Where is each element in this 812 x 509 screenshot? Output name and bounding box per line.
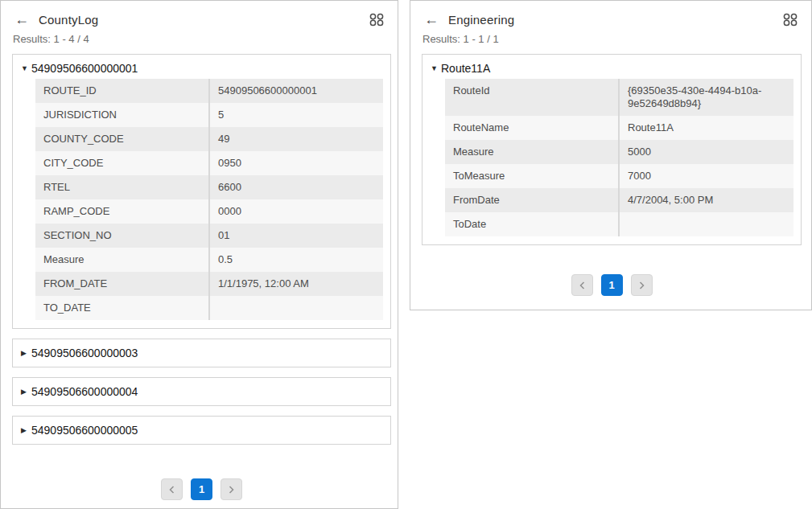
field-value: 4/7/2004, 5:00 PM [618, 188, 793, 212]
accordion-header[interactable]: ▶ 54909506600000005 [13, 417, 390, 444]
back-arrow-icon[interactable]: ← [424, 12, 439, 27]
chevron-down-icon: ▼ [431, 64, 441, 72]
field-row: TO_DATE [35, 296, 383, 320]
panel-title: Engineering [448, 13, 514, 27]
field-row: FromDate 4/7/2004, 5:00 PM [445, 188, 793, 212]
field-key: COUNTY_CODE [35, 127, 208, 151]
feature-label: 54909506600000004 [31, 385, 138, 398]
field-key: TO_DATE [35, 296, 208, 320]
field-row: CITY_CODE 0950 [35, 151, 383, 175]
field-row: Measure 5000 [445, 140, 793, 164]
field-key: ToMeasure [445, 164, 618, 188]
results-list: ▼ Route11A RouteId {69350e35-430e-4494-b… [410, 54, 811, 296]
field-value: {69350e35-430e-4494-b10a-9e52649d8b94} [618, 79, 793, 116]
panel-header: ← CountyLog [1, 1, 398, 27]
accordion-header[interactable]: ▼ Route11A [422, 55, 801, 79]
field-row: Measure 0.5 [35, 248, 383, 272]
field-row: JURISDICTION 5 [35, 103, 383, 127]
field-row: COUNTY_CODE 49 [35, 127, 383, 151]
panel-header: ← Engineering [410, 1, 811, 27]
feature-card-collapsed: ▶ 54909506600000004 [12, 377, 391, 406]
feature-card-expanded: ▼ 54909506600000001 ROUTE_ID 54909506600… [12, 54, 391, 329]
feature-label: 54909506600000005 [31, 424, 138, 437]
pagination-prev-button[interactable] [571, 274, 593, 296]
field-value: 7000 [618, 164, 793, 188]
results-list: ▼ 54909506600000001 ROUTE_ID 54909506600… [1, 54, 398, 500]
field-row: RAMP_CODE 0000 [35, 199, 383, 224]
chevron-right-icon: ▶ [21, 426, 31, 434]
field-value: 54909506600000001 [208, 79, 383, 103]
field-value: 49 [208, 127, 383, 151]
field-value: 6600 [208, 175, 383, 199]
attribute-table: ROUTE_ID 54909506600000001 JURISDICTION … [35, 79, 383, 320]
countylog-results-panel: ← CountyLog Results: 1 - 4 / 4 ▼ 5490950… [0, 0, 398, 509]
field-key: RouteId [445, 79, 618, 116]
field-row: SECTION_NO 01 [35, 224, 383, 248]
field-key: ROUTE_ID [35, 79, 208, 103]
results-count: Results: 1 - 4 / 4 [13, 33, 398, 45]
pagination-page-button[interactable]: 1 [191, 478, 212, 500]
pagination: 1 [422, 274, 802, 296]
field-value: 0000 [208, 199, 383, 224]
grid-view-icon[interactable] [369, 13, 385, 27]
field-key: Measure [35, 248, 208, 272]
field-row: ROUTE_ID 54909506600000001 [35, 79, 383, 103]
field-key: RAMP_CODE [35, 199, 208, 224]
results-count: Results: 1 - 1 / 1 [422, 33, 811, 45]
field-value [208, 296, 383, 320]
feature-card-collapsed: ▶ 54909506600000005 [12, 416, 391, 445]
field-value: 0.5 [208, 248, 383, 272]
field-row: ToMeasure 7000 [445, 164, 793, 188]
accordion-header[interactable]: ▶ 54909506600000003 [13, 339, 390, 367]
feature-card-collapsed: ▶ 54909506600000003 [12, 339, 391, 367]
field-value: Route11A [618, 116, 793, 140]
pagination: 1 [12, 478, 391, 500]
engineering-results-panel: ← Engineering Results: 1 - 1 / 1 ▼ Route… [410, 0, 812, 310]
field-key: FROM_DATE [35, 272, 208, 296]
field-value: 5 [208, 103, 383, 127]
field-key: ToDate [445, 212, 618, 236]
field-row: RTEL 6600 [35, 175, 383, 199]
pagination-next-button[interactable] [631, 274, 653, 296]
field-value [618, 212, 793, 236]
feature-label: 54909506600000001 [31, 62, 138, 75]
feature-label: 54909506600000003 [31, 347, 138, 359]
accordion-header[interactable]: ▼ 54909506600000001 [13, 55, 390, 79]
field-key: RTEL [35, 175, 208, 199]
panel-title: CountyLog [39, 13, 98, 27]
field-key: Measure [445, 140, 618, 164]
feature-label: Route11A [441, 62, 490, 75]
pagination-prev-button[interactable] [161, 478, 183, 500]
field-row: ToDate [445, 212, 793, 236]
field-value: 01 [208, 224, 383, 248]
field-value: 0950 [208, 151, 383, 175]
field-value: 5000 [618, 140, 793, 164]
field-key: RouteName [445, 116, 618, 140]
field-row: FROM_DATE 1/1/1975, 12:00 AM [35, 272, 383, 296]
field-row: RouteName Route11A [445, 116, 793, 140]
back-arrow-icon[interactable]: ← [14, 12, 29, 27]
pagination-next-button[interactable] [221, 478, 242, 500]
field-key: SECTION_NO [35, 224, 208, 248]
grid-view-icon[interactable] [782, 13, 798, 27]
chevron-right-icon: ▶ [21, 349, 31, 357]
field-row: RouteId {69350e35-430e-4494-b10a-9e52649… [445, 79, 793, 116]
chevron-down-icon: ▼ [21, 64, 31, 72]
pagination-page-button[interactable]: 1 [601, 274, 623, 296]
field-key: JURISDICTION [35, 103, 208, 127]
field-key: CITY_CODE [35, 151, 208, 175]
chevron-right-icon: ▶ [21, 388, 31, 396]
attribute-table: RouteId {69350e35-430e-4494-b10a-9e52649… [445, 79, 793, 236]
field-key: FromDate [445, 188, 618, 212]
field-value: 1/1/1975, 12:00 AM [208, 272, 383, 296]
accordion-header[interactable]: ▶ 54909506600000004 [13, 378, 390, 405]
feature-card-expanded: ▼ Route11A RouteId {69350e35-430e-4494-b… [422, 54, 802, 245]
